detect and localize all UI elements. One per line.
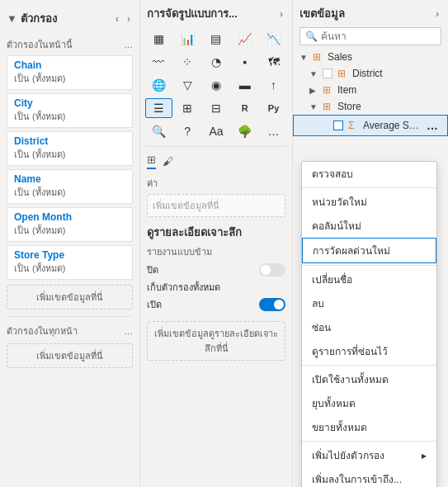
viz-panel: การจัดรูปแบบการ... › ▦ 📊 ▤ 📈 📉 〰 ⁘ ◔ ▪ 🗺… [140,0,293,487]
tree-label-avg-selling: Average Sellin... [363,120,421,131]
viz-section-divider [145,146,287,147]
menu-item-delete[interactable]: ลบ [302,291,436,315]
viz-icon-funnel[interactable]: ▽ [174,75,201,95]
avg-selling-more-btn[interactable]: … [424,118,441,133]
filter-panel: ▼ ตัวกรอง ‹ › ตัวกรองในหน้านี้ … Chain เ… [0,0,140,487]
viz-tab-format[interactable]: 🖌 [163,154,173,169]
menu-item-new-quick-measure[interactable]: การวัดผลด่วนใหม่ [302,238,436,263]
checkbox-avg-selling[interactable] [333,121,343,130]
menu-divider-1 [302,187,436,188]
menu-item-check[interactable]: ตรวจสอบ [302,162,436,186]
viz-field-placeholder[interactable]: เพิ่มเขตข้อมูลที่นี่ [147,194,285,217]
filter-add-data-btn[interactable]: เพิ่มเขตข้อมูลที่นี่ [7,285,133,310]
tree-item-district[interactable]: ▼ ⊞ District [293,65,448,82]
tree-label-item: Item [337,84,356,96]
viz-toggle-on-label2: เปิด [147,297,252,312]
viz-icons-row4: ☰ ⊞ ⊟ R Py [140,97,292,120]
filter-name[interactable]: Name เป็น (ทั้งหมด) [7,169,133,204]
filter-district[interactable]: District เป็น (ทั้งหมด) [7,131,133,166]
filter-section2-more[interactable]: … [124,326,133,336]
viz-icon-kpi[interactable]: ↑ [260,75,287,95]
menu-item-new-measure[interactable]: หน่วยวัดใหม่ [302,190,436,214]
sigma-icon-avg: Σ [348,120,360,131]
viz-detail-title: ดูรายละเอียดเจาะลึก [147,224,285,241]
viz-icon-filled-map[interactable]: 🌐 [145,75,172,95]
viz-icon-decomp-tree[interactable]: 🌳 [231,121,258,141]
search-box: 🔍 [299,27,441,45]
viz-icon-card[interactable]: ▬ [231,75,258,95]
viz-tab-fields[interactable]: ⊞ [147,154,156,169]
viz-icon-qna[interactable]: ? [174,121,201,141]
tree-label-store: Store [337,101,361,112]
viz-icon-bar[interactable]: 📊 [174,29,201,49]
viz-toggle-on-label: เก็บตัวกรองทั้งหมด [147,280,285,295]
menu-item-add-to-filter[interactable]: เพิ่มไปยังตัวกรอง ▸ [302,443,436,467]
viz-icon-scatter[interactable]: ⁘ [174,52,201,72]
viz-icons-row5: 🔍 ? Aa 🌳 … [140,120,292,143]
viz-icon-slicer[interactable]: ☰ [145,98,172,118]
viz-toggle-on[interactable] [259,298,285,311]
menu-item-expand-all[interactable]: ขยายทั้งหมด [302,415,436,439]
viz-icon-gauge[interactable]: ◉ [203,75,230,95]
viz-toggle-off[interactable] [259,263,285,277]
viz-icon-matrix[interactable]: ⊟ [203,98,230,118]
table-icon-item: ⊞ [323,84,334,96]
search-input[interactable] [321,31,445,42]
tree-item-store[interactable]: ▼ ⊞ Store [293,98,448,115]
viz-icon-ribbon[interactable]: 〰 [145,52,172,72]
viz-icon-line[interactable]: 📈 [231,29,258,49]
viz-icon-map[interactable]: 🗺 [260,52,287,72]
tree-item-sales[interactable]: ▼ ⊞ Sales [293,49,448,65]
viz-panel-nav-btn[interactable]: › [277,7,285,21]
viz-icon-ai-insights[interactable]: 🔍 [145,121,172,141]
viz-icon-r-visual[interactable]: R [231,98,258,118]
menu-item-add-to-drillthrough[interactable]: เพิ่มลงในการเข้าถึง... [302,467,436,487]
menu-item-collapse-all[interactable]: ยุบทั้งหมด [302,391,436,415]
viz-add-detail-btn[interactable]: เพิ่มเขตข้อมูลดูรายละเอียดเจาะลึกที่นี่ [147,321,285,361]
filter-store-type[interactable]: Store Type เป็น (ทั้งหมด) [7,245,133,280]
filter-section-more[interactable]: … [124,40,133,50]
data-panel: เขตข้อมูล › 🔍 ▼ ⊞ Sales ▼ ⊞ District ▶ ⊞… [293,0,448,487]
chevron-down-icon: ▼ [299,53,309,62]
viz-icon-more[interactable]: … [260,121,287,141]
filter-back-btn[interactable]: ‹ [113,12,121,26]
filter-panel-header: ▼ ตัวกรอง ‹ › [0,7,139,31]
menu-item-enable-all[interactable]: เปิดใช้งานทั้งหมด [302,367,436,391]
menu-divider-3 [302,365,436,366]
menu-item-hide[interactable]: ซ่อน [302,315,436,339]
filter-chain[interactable]: Chain เป็น (ทั้งหมด) [7,55,133,90]
viz-toggle-off-label: ปิด [147,262,252,277]
filter-add-data-btn2[interactable]: เพิ่มเขตข้อมูลที่นี่ [7,343,133,368]
chevron-down-icon-store: ▼ [309,102,319,111]
viz-icons-row3: 🌐 ▽ ◉ ▬ ↑ [140,73,292,97]
viz-icon-stackedbar[interactable]: ▦ [145,29,172,49]
menu-item-new-column[interactable]: คอลัมน์ใหม่ [302,214,436,238]
viz-icon-100bar[interactable]: ▤ [203,29,230,49]
tree-item-avg-selling[interactable]: Σ Average Sellin... … [293,115,448,136]
filter-open-month[interactable]: Open Month เป็น (ทั้งหมด) [7,207,133,242]
chevron-down-icon-district: ▼ [309,69,319,78]
menu-item-rename[interactable]: เปลี่ยนชื่อ [302,267,436,291]
viz-icon-area[interactable]: 📉 [260,29,287,49]
data-panel-nav-btn[interactable]: › [433,7,441,21]
viz-icons-row1: ▦ 📊 ▤ 📈 📉 [140,27,292,50]
menu-divider-4 [302,441,436,442]
viz-icon-python[interactable]: Py [260,98,287,118]
viz-icon-table[interactable]: ⊞ [174,98,201,118]
viz-icon-pie[interactable]: ◔ [203,52,230,72]
filter-city[interactable]: City เป็น (ทั้งหมด) [7,93,133,128]
viz-config-value-label: ค่า [147,176,285,191]
checkbox-district[interactable] [323,69,332,78]
menu-item-view-hidden[interactable]: ดูรายการที่ซ่อนไว้ [302,339,436,363]
data-tree: ▼ ⊞ Sales ▼ ⊞ District ▶ ⊞ Item ▼ ⊞ Stor… [293,49,448,487]
filter-divider [7,316,133,317]
data-panel-header: เขตข้อมูล › [293,0,448,27]
tree-item-item[interactable]: ▶ ⊞ Item [293,82,448,98]
filter-panel-title: ตัวกรอง [21,10,110,27]
filter-forward-btn[interactable]: › [125,12,133,26]
viz-tab-row: ⊞ 🖌 [140,150,292,173]
viz-toggle-on-row2: เปิด [147,297,285,312]
viz-icon-smart-narrative[interactable]: Aa [203,121,230,141]
viz-panel-header: การจัดรูปแบบการ... › [140,0,292,27]
viz-icon-treemap[interactable]: ▪ [231,52,258,72]
